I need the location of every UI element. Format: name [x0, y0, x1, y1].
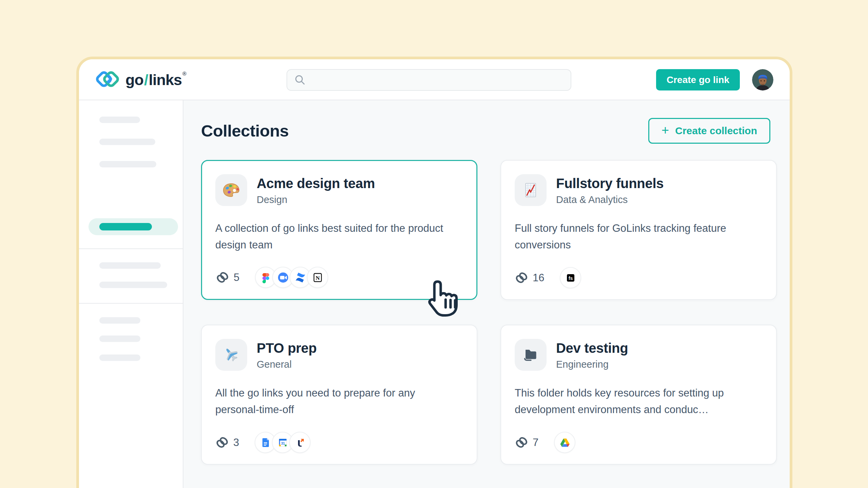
notion-icon: N: [307, 267, 328, 288]
chain-link-icon: [515, 436, 528, 449]
collections-grid: Acme design team Design A collection of …: [201, 160, 770, 465]
trainual-icon: [289, 432, 311, 453]
palette-emoji: [215, 174, 247, 206]
sidebar-nav: [79, 100, 183, 488]
sidebar-divider: [79, 248, 183, 249]
top-navbar: go/links® Create go link: [79, 59, 790, 100]
svg-text:fs: fs: [569, 276, 573, 281]
chart-increasing-emoji: [515, 174, 547, 206]
sidebar-skeleton-item: [99, 139, 155, 145]
card-description: This folder holds key resources for sett…: [515, 385, 745, 418]
collection-card-dev-testing[interactable]: Dev testing Engineering This folder hold…: [500, 325, 777, 465]
page-title: Collections: [201, 121, 289, 140]
search-bar[interactable]: [287, 69, 571, 91]
sidebar-skeleton-item: [99, 161, 156, 167]
link-count: 16: [515, 271, 544, 285]
card-description: Full story funnels for GoLinks tracking …: [515, 220, 745, 253]
collections-page: Collections + Create collection: [183, 100, 790, 488]
folder-icon: [515, 339, 547, 371]
sidebar-skeleton-item: [99, 117, 140, 123]
user-avatar[interactable]: [752, 69, 773, 90]
card-title: Dev testing: [556, 341, 628, 356]
chain-link-icon: [216, 271, 229, 284]
card-title: Acme design team: [257, 176, 375, 191]
collection-card-acme-design-team[interactable]: Acme design team Design A collection of …: [201, 160, 477, 300]
card-title: PTO prep: [257, 341, 317, 356]
sidebar-skeleton-item: [99, 262, 161, 269]
card-category: Engineering: [556, 359, 628, 370]
sidebar-skeleton-item: [99, 282, 167, 288]
link-count: 3: [215, 436, 239, 449]
card-category: Design: [257, 194, 375, 205]
card-category: General: [257, 359, 317, 370]
collection-card-fullstory-funnels[interactable]: Fullstory funnels Data & Analytics Full …: [500, 160, 777, 300]
airplane-emoji: [215, 339, 247, 371]
sidebar-active-indicator: [99, 223, 152, 230]
search-input[interactable]: [306, 70, 571, 90]
link-count: 5: [216, 271, 239, 284]
google-drive-icon: [554, 432, 575, 453]
card-description: All the go links you need to prepare for…: [215, 385, 446, 418]
sidebar-item-collections-active[interactable]: [88, 218, 178, 235]
collection-card-pto-prep[interactable]: PTO prep General All the go links you ne…: [201, 325, 477, 465]
create-go-link-button[interactable]: Create go link: [656, 69, 740, 90]
golinks-logo-icon: [94, 70, 121, 89]
chain-link-icon: [515, 271, 528, 285]
svg-text:31: 31: [281, 441, 285, 445]
sidebar-skeleton-item: [99, 354, 140, 361]
card-category: Data & Analytics: [556, 194, 664, 205]
card-description: A collection of go links best suited for…: [215, 220, 446, 253]
sidebar-skeleton-item: [99, 317, 140, 324]
link-count: 7: [515, 436, 538, 449]
create-collection-button[interactable]: + Create collection: [648, 118, 770, 144]
sidebar-skeleton-item: [99, 336, 140, 342]
golinks-logo-text: go/links®: [125, 71, 186, 89]
card-title: Fullstory funnels: [556, 176, 664, 191]
search-icon: [294, 74, 306, 86]
chain-link-icon: [215, 436, 229, 449]
golinks-logo[interactable]: go/links®: [94, 59, 186, 100]
fullstory-icon: fs: [560, 267, 581, 288]
sidebar-divider: [79, 303, 183, 304]
app-window: go/links® Create go link: [76, 57, 792, 488]
svg-text:N: N: [316, 274, 320, 281]
